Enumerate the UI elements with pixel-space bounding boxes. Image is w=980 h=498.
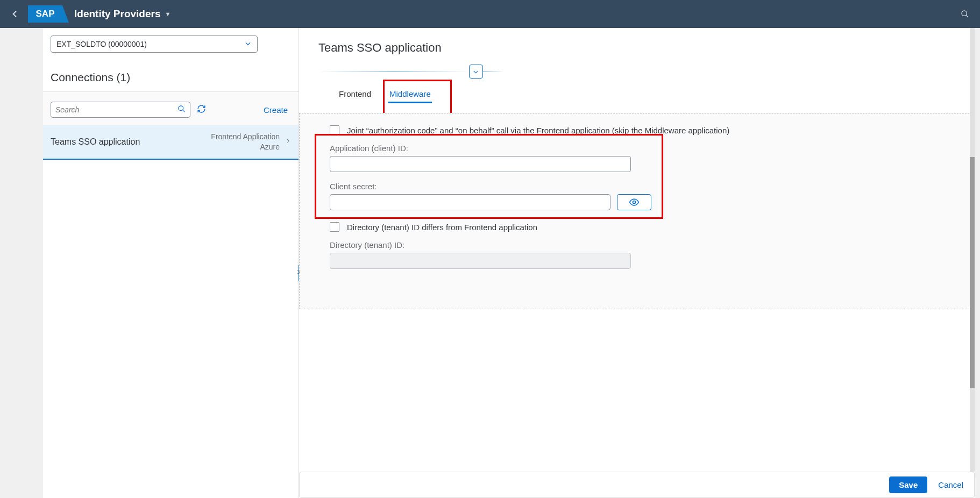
tab-middleware[interactable]: Middleware xyxy=(388,86,432,103)
page-title: Teams SSO application xyxy=(318,41,955,55)
tenant-differs-label: Directory (tenant) ID differs from Front… xyxy=(347,223,537,232)
joint-label: Joint “authorization code” and “on behal… xyxy=(347,126,729,135)
chevron-right-icon xyxy=(285,138,291,146)
cancel-button[interactable]: Cancel xyxy=(938,480,963,489)
refresh-icon[interactable] xyxy=(197,104,206,116)
scrollbar-thumb[interactable] xyxy=(970,157,975,388)
connection-list-item[interactable]: Teams SSO application Frontend Applicati… xyxy=(43,125,299,160)
footer-bar: Save Cancel xyxy=(299,472,975,498)
connections-heading: Connections (1) xyxy=(43,57,299,91)
section-collapse-button[interactable] xyxy=(469,65,483,79)
app-id-input[interactable] xyxy=(330,156,631,172)
right-panel: Teams SSO application Frontend Middlewar… xyxy=(299,28,975,498)
joint-checkbox[interactable] xyxy=(330,125,339,135)
client-secret-input[interactable] xyxy=(330,194,610,210)
top-header: SAP Identity Providers ▼ xyxy=(0,0,980,28)
search-input-wrap[interactable] xyxy=(51,102,190,118)
list-item-line1: Frontend Application xyxy=(211,132,280,142)
svg-line-1 xyxy=(966,15,968,17)
caret-down-icon: ▼ xyxy=(165,11,171,17)
create-button[interactable]: Create xyxy=(264,105,291,115)
header-title-text: Identity Providers xyxy=(74,8,161,20)
tenant-id-label: Directory (tenant) ID: xyxy=(330,240,944,250)
splitter-handle[interactable] xyxy=(295,256,302,288)
left-filter-row: Create xyxy=(43,92,299,125)
tenant-differs-checkbox[interactable] xyxy=(330,222,339,232)
list-item-line2: Azure xyxy=(211,142,280,152)
reveal-secret-button[interactable] xyxy=(617,194,651,210)
ext-select-value: EXT_SOLDTO (00000001) xyxy=(56,40,147,48)
tab-frontend[interactable]: Frontend xyxy=(338,86,372,103)
tenant-id-input xyxy=(330,253,631,269)
form-area: Joint “authorization code” and “on behal… xyxy=(299,113,975,309)
sap-logo: SAP xyxy=(28,5,62,23)
save-button[interactable]: Save xyxy=(889,476,927,493)
app-id-label: Application (client) ID: xyxy=(330,144,944,153)
list-item-title: Teams SSO application xyxy=(51,137,140,147)
svg-point-4 xyxy=(633,201,636,204)
client-secret-label: Client secret: xyxy=(330,182,944,191)
search-icon[interactable] xyxy=(177,105,186,115)
svg-point-2 xyxy=(179,106,183,111)
scrollbar-track[interactable] xyxy=(970,28,975,472)
search-input[interactable] xyxy=(55,105,174,114)
chevron-down-icon xyxy=(244,40,252,49)
back-button[interactable] xyxy=(9,8,22,20)
svg-line-3 xyxy=(182,110,184,112)
header-search-button[interactable] xyxy=(958,8,971,20)
list-item-meta: Frontend Application Azure xyxy=(211,132,280,152)
left-panel: EXT_SOLDTO (00000001) Connections (1) Cr… xyxy=(43,28,299,498)
header-title[interactable]: Identity Providers ▼ xyxy=(74,8,171,20)
ext-select[interactable]: EXT_SOLDTO (00000001) xyxy=(51,35,258,53)
svg-point-0 xyxy=(962,11,967,16)
